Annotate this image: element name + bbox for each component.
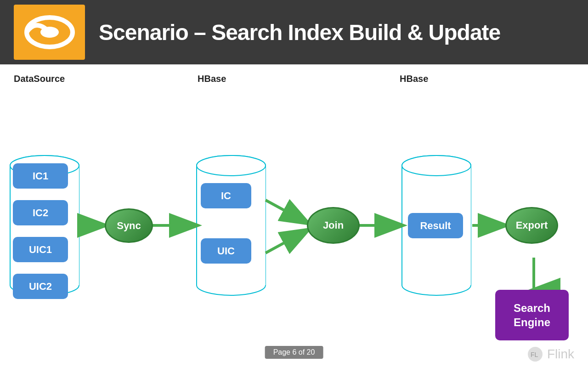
slide-title: Scenario – Search Index Build & Update [99,20,500,45]
page-indicator: Page 6 of 20 [265,346,323,359]
ic-box: IC [201,183,251,208]
main-content: DataSource HBase HBase [0,64,588,368]
uic-box: UIC [201,238,251,264]
svg-line-25 [266,230,308,253]
hbase2-label: HBase [400,74,428,84]
header: Scenario – Search Index Build & Update [0,0,588,64]
ic1-box: IC1 [13,163,68,189]
uic1-box: UIC1 [13,237,68,262]
svg-point-13 [197,155,266,176]
export-ellipse: Export [505,207,558,244]
svg-point-17 [402,275,471,295]
svg-point-11 [197,275,266,295]
flink-icon: FL [527,346,543,362]
join-ellipse: Join [307,207,360,244]
svg-point-14 [402,155,471,176]
alibaba-logo-icon [22,14,77,51]
svg-point-8 [197,155,266,176]
result-box: Result [408,213,463,238]
search-engine-box: SearchEngine [495,290,569,340]
datasource-label: DataSource [14,74,65,84]
sync-ellipse: Sync [105,208,153,243]
hbase1-label: HBase [198,74,226,84]
uic2-box: UIC2 [13,274,68,299]
flink-label: Flink [547,347,574,362]
diagram-svg [0,64,560,350]
flink-brand: FL Flink [527,346,574,362]
svg-point-19 [402,155,471,176]
logo-box [14,5,85,60]
svg-text:FL: FL [531,351,538,358]
ic2-box: IC2 [13,200,68,225]
svg-line-24 [266,200,308,223]
